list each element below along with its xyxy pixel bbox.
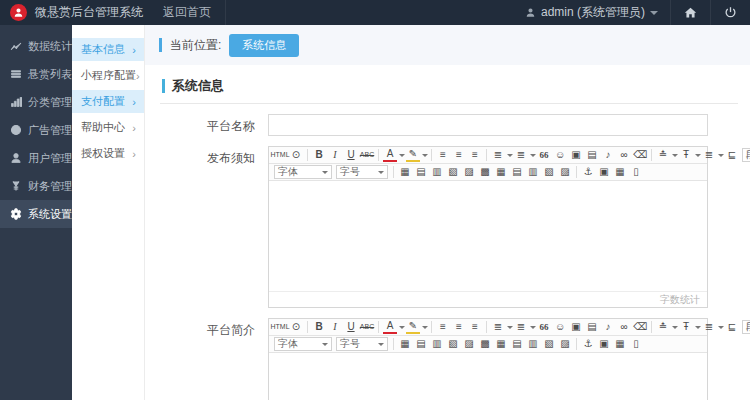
table-cell-props-icon[interactable]: ▤	[414, 337, 428, 351]
html-source-button[interactable]: HTML	[273, 320, 287, 334]
unordered-list-button[interactable]: ≣	[514, 320, 528, 334]
insert-table-icon[interactable]: ▦	[398, 337, 412, 351]
submenu-item-4[interactable]: 帮助中心›	[72, 116, 144, 139]
align-center-button[interactable]: ≡	[452, 148, 466, 162]
insert-col-right-icon[interactable]: ▦	[494, 337, 508, 351]
insert-row-below-icon[interactable]: ▨	[462, 165, 476, 179]
strikethrough-button[interactable]: ABC	[360, 148, 374, 162]
ordered-list-button[interactable]: ≣	[491, 148, 505, 162]
ordered-list-button[interactable]: ≣	[491, 320, 505, 334]
logout-button[interactable]	[710, 0, 750, 25]
insert-col-right-icon[interactable]: ▦	[494, 165, 508, 179]
code-button[interactable]: ▣	[597, 165, 611, 179]
submenu-item-2[interactable]: 小程序配置›	[72, 64, 144, 87]
indent-button[interactable]: ≛	[656, 320, 670, 334]
link-button[interactable]: ∞	[617, 148, 631, 162]
font-size-select[interactable]: 字号	[336, 337, 388, 351]
merge-cells-icon[interactable]: ▤	[510, 165, 524, 179]
align-right-button[interactable]: ≡	[468, 320, 482, 334]
font-family-select[interactable]: 字体	[274, 337, 332, 351]
rich-text-area[interactable]	[269, 181, 707, 291]
merge-cells-icon[interactable]: ▤	[510, 337, 524, 351]
paragraph-format-select[interactable]: 段落格式	[742, 148, 750, 162]
preview-icon[interactable]: ⊙	[289, 148, 303, 162]
highlight-color-button[interactable]: ✎	[406, 149, 420, 162]
underline-button[interactable]: U	[344, 148, 358, 162]
breadcrumb-current-button[interactable]: 系统信息	[229, 34, 299, 57]
html-source-button[interactable]: HTML	[273, 148, 287, 162]
table-row-props-icon[interactable]: ▥	[430, 337, 444, 351]
emoji-button[interactable]: ☺	[553, 148, 567, 162]
quick-format-button[interactable]: ⊑	[725, 320, 739, 334]
delete-row-icon[interactable]: ▧	[542, 337, 556, 351]
font-color-button[interactable]: A	[383, 321, 397, 334]
delete-row-icon[interactable]: ▧	[542, 165, 556, 179]
align-right-button[interactable]: ≡	[468, 148, 482, 162]
align-center-button[interactable]: ≡	[452, 320, 466, 334]
link-button[interactable]: ∞	[617, 320, 631, 334]
image-button[interactable]: ▣	[569, 148, 583, 162]
sidebar-item-7[interactable]: 系统设置	[0, 200, 72, 228]
preview-icon[interactable]: ⊙	[289, 320, 303, 334]
table-row-props-icon[interactable]: ▥	[430, 165, 444, 179]
insert-row-above-icon[interactable]: ▧	[446, 337, 460, 351]
paragraph-spacing-button[interactable]: ≣	[702, 148, 716, 162]
font-size-select[interactable]: 字号	[336, 165, 388, 179]
submenu-item-1[interactable]: 基本信息›	[72, 38, 144, 61]
italic-button[interactable]: I	[328, 148, 342, 162]
platform-name-input[interactable]	[268, 114, 708, 136]
font-family-select[interactable]: 字体	[274, 165, 332, 179]
line-height-button[interactable]: Ŧ	[679, 320, 693, 334]
sidebar-item-3[interactable]: 分类管理	[0, 88, 72, 116]
align-left-button[interactable]: ≡	[436, 148, 450, 162]
video-button[interactable]: ▤	[585, 320, 599, 334]
table-cell-props-icon[interactable]: ▤	[414, 165, 428, 179]
print-button[interactable]: ▦	[613, 165, 627, 179]
image-button[interactable]: ▣	[569, 320, 583, 334]
code-button[interactable]: ▣	[597, 337, 611, 351]
insert-col-left-icon[interactable]: ▩	[478, 165, 492, 179]
home-button[interactable]	[670, 0, 710, 25]
paste-button[interactable]: ▯	[629, 337, 643, 351]
sidebar-item-1[interactable]: 数据统计	[0, 32, 72, 60]
insert-col-left-icon[interactable]: ▩	[478, 337, 492, 351]
back-home-link[interactable]: 返回首页	[163, 4, 211, 21]
print-button[interactable]: ▦	[613, 337, 627, 351]
font-color-button[interactable]: A	[383, 149, 397, 162]
sidebar-item-2[interactable]: 悬赏列表	[0, 60, 72, 88]
indent-button[interactable]: ≛	[656, 148, 670, 162]
submenu-item-5[interactable]: 授权设置›	[72, 142, 144, 165]
anchor-button[interactable]: ⚓	[581, 337, 595, 351]
sidebar-item-4[interactable]: 广告管理	[0, 116, 72, 144]
insert-table-icon[interactable]: ▦	[398, 165, 412, 179]
paragraph-spacing-button[interactable]: ≣	[702, 320, 716, 334]
insert-row-above-icon[interactable]: ▧	[446, 165, 460, 179]
paste-button[interactable]: ▯	[629, 165, 643, 179]
emoji-button[interactable]: ☺	[553, 320, 567, 334]
delete-col-icon[interactable]: ▨	[558, 337, 572, 351]
rich-text-area[interactable]	[269, 353, 707, 400]
eraser-button[interactable]: ⌫	[633, 320, 647, 334]
italic-button[interactable]: I	[328, 320, 342, 334]
anchor-button[interactable]: ⚓	[581, 165, 595, 179]
video-button[interactable]: ▤	[585, 148, 599, 162]
sidebar-item-5[interactable]: 用户管理	[0, 144, 72, 172]
underline-button[interactable]: U	[344, 320, 358, 334]
submenu-item-3[interactable]: 支付配置›	[72, 90, 144, 113]
insert-row-below-icon[interactable]: ▨	[462, 337, 476, 351]
bold-button[interactable]: B	[312, 320, 326, 334]
delete-col-icon[interactable]: ▨	[558, 165, 572, 179]
paragraph-format-select[interactable]: 段落格式	[742, 320, 750, 334]
split-cell-icon[interactable]: ▥	[526, 337, 540, 351]
unordered-list-button[interactable]: ≣	[514, 148, 528, 162]
blockquote-button[interactable]: 66	[537, 148, 551, 162]
align-left-button[interactable]: ≡	[436, 320, 450, 334]
strikethrough-button[interactable]: ABC	[360, 320, 374, 334]
split-cell-icon[interactable]: ▥	[526, 165, 540, 179]
quick-format-button[interactable]: ⊑	[725, 148, 739, 162]
bold-button[interactable]: B	[312, 148, 326, 162]
music-button[interactable]: ♪	[601, 320, 615, 334]
line-height-button[interactable]: Ŧ	[679, 148, 693, 162]
highlight-color-button[interactable]: ✎	[406, 321, 420, 334]
sidebar-item-6[interactable]: 财务管理	[0, 172, 72, 200]
